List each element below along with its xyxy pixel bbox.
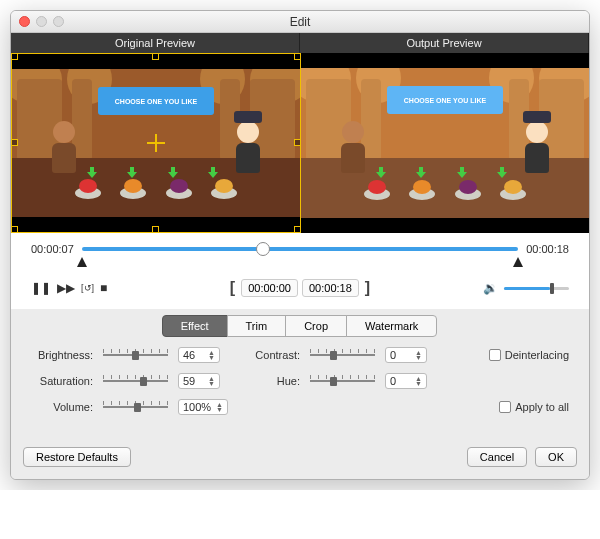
trim-end-handle[interactable] xyxy=(513,257,523,267)
brightness-slider[interactable] xyxy=(103,347,168,363)
playback-controls: ❚❚ ▶▶ [↺] ■ [ 00:00:00 00:00:18 ] 🔉 xyxy=(11,271,589,309)
tab-effect[interactable]: Effect xyxy=(162,315,228,337)
output-preview: CHOOSE ONE YOU LIKE xyxy=(301,53,589,233)
timeline-thumb[interactable] xyxy=(256,242,270,256)
range-start-input[interactable]: 00:00:00 xyxy=(241,279,298,297)
scene-banner: CHOOSE ONE YOU LIKE xyxy=(98,87,213,115)
hue-input[interactable]: 0▲▼ xyxy=(385,373,427,389)
crop-handle[interactable] xyxy=(152,226,159,233)
crop-handle[interactable] xyxy=(294,226,301,233)
tab-bar: Effect Trim Crop Watermark xyxy=(11,309,589,337)
effect-volume-slider[interactable] xyxy=(103,399,168,415)
output-preview-header: Output Preview xyxy=(300,33,589,53)
next-frame-button[interactable]: ▶▶ xyxy=(57,281,75,295)
volume-label: Volume: xyxy=(31,401,93,413)
timeline-end-time: 00:00:18 xyxy=(526,243,569,255)
crop-handle[interactable] xyxy=(11,53,18,60)
timeline-slider[interactable] xyxy=(82,247,518,251)
deinterlacing-checkbox[interactable]: Deinterlacing xyxy=(489,349,569,361)
saturation-input[interactable]: 59▲▼ xyxy=(178,373,220,389)
hue-slider[interactable] xyxy=(310,373,375,389)
restore-defaults-button[interactable]: Restore Defaults xyxy=(23,447,131,467)
crop-handle[interactable] xyxy=(294,53,301,60)
crop-handle[interactable] xyxy=(294,139,301,146)
set-start-bracket[interactable]: [ xyxy=(228,279,237,297)
saturation-slider[interactable] xyxy=(103,373,168,389)
range-end-input[interactable]: 00:00:18 xyxy=(302,279,359,297)
original-preview[interactable]: CHOOSE ONE YOU LIKE xyxy=(11,53,301,233)
contrast-label: Contrast: xyxy=(250,349,300,361)
stop-button[interactable]: ■ xyxy=(100,281,107,295)
crop-handle[interactable] xyxy=(152,53,159,60)
brightness-input[interactable]: 46▲▼ xyxy=(178,347,220,363)
crop-handle[interactable] xyxy=(11,226,18,233)
crop-handle[interactable] xyxy=(11,139,18,146)
footer: Restore Defaults Cancel OK xyxy=(11,439,589,479)
brightness-label: Brightness: xyxy=(31,349,93,361)
preview-area: CHOOSE ONE YOU LIKE xyxy=(11,53,589,233)
titlebar: Edit xyxy=(11,11,589,33)
apply-to-all-checkbox[interactable]: Apply to all xyxy=(499,401,569,413)
volume-icon[interactable]: 🔉 xyxy=(483,281,498,295)
trim-start-handle[interactable] xyxy=(77,257,87,267)
tab-crop[interactable]: Crop xyxy=(285,315,347,337)
timeline: 00:00:07 00:00:18 xyxy=(11,233,589,271)
crop-center-icon[interactable] xyxy=(147,134,165,152)
loop-button[interactable]: [↺] xyxy=(81,283,94,293)
tab-trim[interactable]: Trim xyxy=(227,315,287,337)
effect-volume-input[interactable]: 100%▲▼ xyxy=(178,399,228,415)
volume-slider[interactable] xyxy=(504,287,569,290)
effects-panel: Brightness: 46▲▼ Contrast: 0▲▼ Deinterla… xyxy=(11,337,589,439)
tab-watermark[interactable]: Watermark xyxy=(346,315,437,337)
saturation-label: Saturation: xyxy=(31,375,93,387)
contrast-slider[interactable] xyxy=(310,347,375,363)
contrast-input[interactable]: 0▲▼ xyxy=(385,347,427,363)
set-end-bracket[interactable]: ] xyxy=(363,279,372,297)
original-preview-header: Original Preview xyxy=(11,33,300,53)
hue-label: Hue: xyxy=(250,375,300,387)
pause-button[interactable]: ❚❚ xyxy=(31,281,51,295)
ok-button[interactable]: OK xyxy=(535,447,577,467)
timeline-current-time: 00:00:07 xyxy=(31,243,74,255)
window-title: Edit xyxy=(11,15,589,29)
cancel-button[interactable]: Cancel xyxy=(467,447,527,467)
edit-window: Edit Original Preview Output Preview CHO… xyxy=(10,10,590,480)
